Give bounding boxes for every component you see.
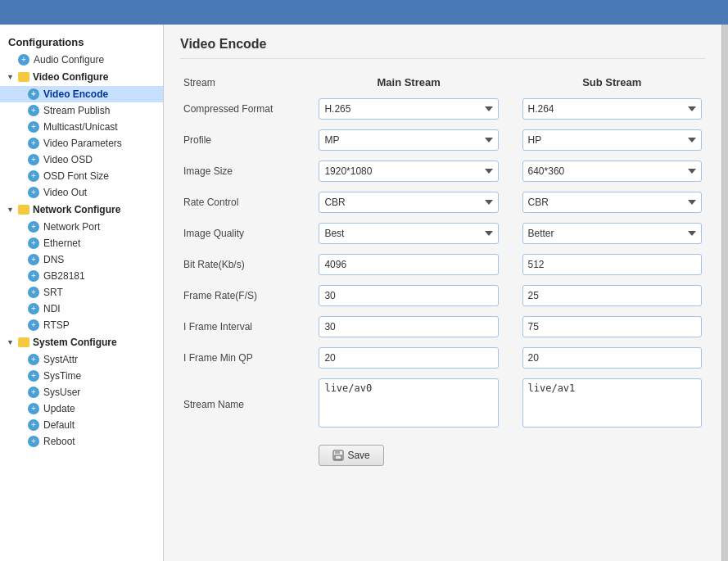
sidebar-item-default[interactable]: + Default [0, 417, 163, 433]
sidebar-item-srt[interactable]: + SRT [0, 284, 163, 301]
field-main-frame-rate[interactable] [315, 280, 501, 311]
main-area: Configurations + Audio Configure ▼ Video… [0, 25, 728, 561]
field-main-i-frame-min-qp[interactable] [315, 342, 501, 373]
app-container: Configurations + Audio Configure ▼ Video… [0, 0, 728, 561]
input-sub-i-frame-interval[interactable] [522, 316, 702, 337]
input-main-bit-rate[interactable] [319, 254, 498, 275]
sidebar-item-label: Video Parameters [43, 138, 122, 149]
sidebar-item-label: Multicast/Unicast [43, 121, 118, 133]
sidebar-item-video-parameters[interactable]: + Video Parameters [0, 135, 163, 152]
field-sub-i-frame-min-qp[interactable] [519, 342, 705, 373]
field-main-i-frame-interval[interactable] [315, 311, 501, 342]
sidebar-item-video-encode[interactable]: + Video Encode [0, 86, 163, 102]
sidebar-item-ethernet[interactable]: + Ethernet [0, 235, 163, 251]
input-main-i-frame-min-qp[interactable] [319, 347, 498, 369]
field-sub-image-quality[interactable]: BetterBestGoodNormal [519, 218, 705, 249]
select-sub-compressed-format[interactable]: H.264H.265H.263 [522, 98, 702, 120]
sidebar-group-network-configure[interactable]: ▼ Network Configure [0, 201, 163, 219]
input-main-frame-rate[interactable] [319, 285, 498, 306]
plus-icon: + [18, 54, 29, 66]
title-bar [0, 0, 728, 25]
sidebar-item-sysuser[interactable]: + SysUser [0, 384, 163, 400]
plus-icon: + [28, 370, 39, 382]
content-area: Video Encode Stream Main Stream Sub Stre… [164, 25, 721, 561]
field-sub-image-size[interactable]: 640*3601280*7201920*1080 [519, 156, 705, 187]
sidebar-item-reboot[interactable]: + Reboot [0, 433, 163, 450]
field-label-image-quality: Image Quality [180, 218, 315, 249]
sidebar-item-multicast-unicast[interactable]: + Multicast/Unicast [0, 119, 163, 135]
sidebar-item-network-port[interactable]: + Network Port [0, 219, 163, 235]
sidebar-item-stream-publish[interactable]: + Stream Publish [0, 102, 163, 119]
field-sub-i-frame-interval[interactable] [519, 311, 705, 342]
field-main-profile[interactable]: MPHPBP [315, 124, 501, 156]
select-main-profile[interactable]: MPHPBP [319, 129, 498, 151]
sidebar-item-update[interactable]: + Update [0, 400, 163, 417]
plus-icon: + [28, 170, 39, 182]
field-main-rate-control[interactable]: CBRVBR [315, 187, 501, 218]
sidebar-item-label: SysUser [43, 387, 80, 398]
arrow-icon: ▼ [7, 206, 15, 214]
folder-icon [18, 337, 29, 347]
sidebar: Configurations + Audio Configure ▼ Video… [0, 25, 164, 561]
sidebar-item-ndi[interactable]: + NDI [0, 301, 163, 317]
sidebar-item-label: Stream Publish [43, 105, 110, 116]
sidebar-item-gb28181[interactable]: + GB28181 [0, 268, 163, 284]
sidebar-item-systime[interactable]: + SysTime [0, 368, 163, 384]
sidebar-item-audio-configure[interactable]: + Audio Configure [0, 52, 163, 68]
sidebar-item-video-osd[interactable]: + Video OSD [0, 152, 163, 168]
right-scrollbar[interactable] [721, 25, 728, 561]
select-sub-image-quality[interactable]: BetterBestGoodNormal [522, 223, 702, 244]
field-sub-frame-rate[interactable] [519, 280, 705, 311]
field-label-stream-name: Stream Name [180, 373, 315, 435]
sidebar-item-label: GB28181 [43, 270, 85, 282]
field-main-compressed-format[interactable]: H.265H.264H.263 [315, 93, 501, 124]
field-sub-rate-control[interactable]: CBRVBR [519, 187, 705, 218]
textarea-sub-stream-name[interactable] [522, 378, 702, 428]
field-main-image-size[interactable]: 1920*10801280*720640*360 [315, 156, 501, 187]
form-row-profile: ProfileMPHPBPHPMPBP [180, 124, 705, 156]
field-sub-bit-rate[interactable] [519, 249, 705, 280]
select-main-image-quality[interactable]: BestBetterGoodNormal [319, 223, 498, 244]
plus-icon: + [28, 387, 39, 398]
select-main-compressed-format[interactable]: H.265H.264H.263 [319, 98, 498, 120]
plus-icon: + [28, 254, 39, 265]
field-sub-compressed-format[interactable]: H.264H.265H.263 [519, 93, 705, 124]
field-label-rate-control: Rate Control [180, 187, 315, 218]
sidebar-item-label: Video Encode [43, 88, 108, 100]
input-sub-bit-rate[interactable] [522, 254, 702, 275]
sidebar-item-label: Reboot [43, 436, 75, 447]
sidebar-item-rtsp[interactable]: + RTSP [0, 317, 163, 333]
input-sub-frame-rate[interactable] [522, 285, 702, 306]
select-sub-rate-control[interactable]: CBRVBR [522, 192, 702, 213]
field-label-compressed-format: Compressed Format [180, 93, 315, 124]
field-sub-profile[interactable]: HPMPBP [519, 124, 705, 156]
field-main-image-quality[interactable]: BestBetterGoodNormal [315, 218, 501, 249]
field-sub-stream-name[interactable] [519, 373, 705, 435]
textarea-main-stream-name[interactable] [319, 378, 498, 428]
select-main-image-size[interactable]: 1920*10801280*720640*360 [319, 161, 498, 182]
sidebar-group-label: Network Configure [33, 204, 120, 215]
sidebar-item-label: Video OSD [43, 154, 93, 165]
plus-icon: + [28, 187, 39, 198]
sidebar-group-video-configure[interactable]: ▼ Video Configure [0, 68, 163, 86]
svg-rect-2 [335, 455, 341, 459]
select-main-rate-control[interactable]: CBRVBR [319, 192, 498, 213]
save-button[interactable]: Save [319, 445, 383, 466]
plus-icon: + [28, 238, 39, 249]
form-row-stream-name: Stream Name [180, 373, 705, 435]
sidebar-group-system-configure[interactable]: ▼ System Configure [0, 333, 163, 351]
input-sub-i-frame-min-qp[interactable] [522, 347, 702, 369]
folder-icon [18, 205, 29, 215]
input-main-i-frame-interval[interactable] [319, 316, 498, 337]
field-main-stream-name[interactable] [315, 373, 501, 435]
save-icon [332, 450, 344, 461]
sidebar-item-video-out[interactable]: + Video Out [0, 184, 163, 201]
select-sub-image-size[interactable]: 640*3601280*7201920*1080 [522, 161, 702, 182]
sidebar-item-osd-font-size[interactable]: + OSD Font Size [0, 168, 163, 184]
sidebar-item-label: NDI [43, 303, 61, 314]
sidebar-item-dns[interactable]: + DNS [0, 251, 163, 268]
select-sub-profile[interactable]: HPMPBP [522, 129, 702, 151]
sidebar-item-systattr[interactable]: + SystAttr [0, 351, 163, 368]
field-main-bit-rate[interactable] [315, 249, 501, 280]
plus-icon: + [28, 436, 39, 447]
